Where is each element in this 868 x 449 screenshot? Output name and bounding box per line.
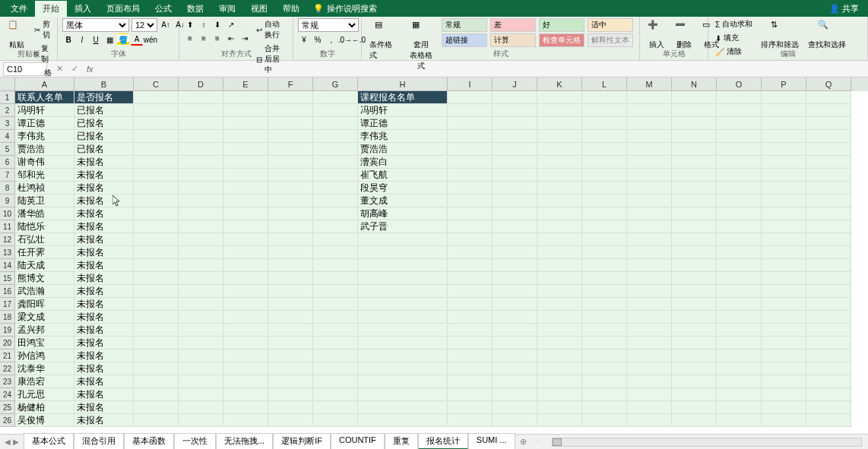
cell[interactable] [223,337,268,349]
col-header-J[interactable]: J [493,77,537,91]
cell[interactable] [134,130,179,143]
cell[interactable] [762,388,806,401]
cell[interactable] [179,337,223,349]
cell[interactable]: 未报名 [74,182,134,194]
row-header[interactable]: 22 [0,362,15,375]
cell[interactable]: 已报名 [74,117,134,130]
cell[interactable] [358,285,448,298]
cell[interactable] [134,246,179,259]
cell[interactable]: 田鸿宝 [15,337,74,349]
cell[interactable]: 陆天成 [15,259,74,272]
cell[interactable] [582,143,627,156]
bold-button[interactable]: B [62,33,74,46]
cell[interactable] [448,272,493,285]
col-header-M[interactable]: M [627,77,672,91]
sheet-tab[interactable]: SUMI ... [468,433,515,449]
cancel-formula-button[interactable]: ✕ [53,64,65,74]
cell[interactable] [179,130,223,143]
cell[interactable] [627,375,672,388]
cell[interactable] [313,130,358,143]
cell[interactable] [134,362,179,375]
cell[interactable] [179,104,223,117]
cell[interactable] [582,388,627,401]
cell[interactable] [268,388,313,401]
cell[interactable]: 杨健柏 [15,401,74,414]
cell[interactable]: 未报名 [74,337,134,349]
percent-button[interactable]: % [312,33,324,46]
cell[interactable] [268,272,313,285]
cell[interactable] [537,130,582,143]
cell[interactable] [582,182,627,194]
cell[interactable] [762,156,806,169]
cell[interactable] [134,233,179,246]
cell[interactable] [268,298,313,311]
cell[interactable] [672,156,717,169]
cell[interactable] [762,91,806,104]
col-header-O[interactable]: O [717,77,762,91]
cell[interactable] [313,143,358,156]
cell[interactable] [717,362,762,375]
sheet-tab[interactable]: 重复 [385,433,418,449]
cell[interactable] [223,194,268,207]
cell[interactable]: 未报名 [74,375,134,388]
cell[interactable] [806,285,851,298]
cell[interactable] [358,401,448,414]
cell[interactable] [672,401,717,414]
cell[interactable] [493,182,537,194]
cell[interactable] [179,375,223,388]
cell[interactable]: 谭正德 [358,117,448,130]
cell[interactable] [717,143,762,156]
cell[interactable] [806,349,851,362]
cell[interactable] [493,194,537,207]
cell[interactable] [627,414,672,427]
cell[interactable] [223,143,268,156]
col-header-E[interactable]: E [223,77,268,91]
cell[interactable] [268,259,313,272]
cell[interactable] [179,272,223,285]
cell[interactable] [448,375,493,388]
cell[interactable] [223,414,268,427]
orientation-button[interactable]: ↗ [225,18,237,30]
cell[interactable] [223,182,268,194]
align-center-button[interactable]: ≡ [198,32,210,44]
cell[interactable] [806,388,851,401]
phonetic-button[interactable]: wén [144,33,157,46]
cell[interactable] [448,207,493,220]
cell[interactable] [627,324,672,337]
cell[interactable] [493,414,537,427]
style-swatch[interactable]: 超链接 [442,33,487,47]
row-header[interactable]: 17 [0,298,15,311]
cell[interactable] [537,401,582,414]
cell[interactable]: 陆英卫 [15,194,74,207]
cell[interactable] [537,259,582,272]
row-header[interactable]: 9 [0,194,15,207]
cell[interactable] [179,156,223,169]
horizontal-scrollbar[interactable] [552,438,862,447]
cell[interactable] [582,285,627,298]
cut-button[interactable]: ✂剪切 [32,18,54,41]
col-header-Q[interactable]: Q [806,77,851,91]
cell[interactable]: 崔飞航 [358,169,448,182]
cell[interactable] [313,272,358,285]
cell[interactable] [179,349,223,362]
cell[interactable] [806,375,851,388]
cell[interactable]: 李伟兆 [15,130,74,143]
cell[interactable] [806,182,851,194]
cell[interactable] [223,401,268,414]
cell[interactable] [268,104,313,117]
cell[interactable] [582,104,627,117]
cell[interactable] [537,156,582,169]
col-header-P[interactable]: P [762,77,806,91]
cell[interactable] [179,362,223,375]
cell[interactable] [537,375,582,388]
cell[interactable] [268,220,313,233]
cell[interactable] [448,324,493,337]
cell[interactable] [806,401,851,414]
cell[interactable] [762,143,806,156]
cell[interactable] [537,311,582,324]
comma-button[interactable]: , [325,33,337,46]
row-header[interactable]: 7 [0,169,15,182]
cell[interactable] [806,104,851,117]
cell[interactable] [806,130,851,143]
cell[interactable] [806,207,851,220]
